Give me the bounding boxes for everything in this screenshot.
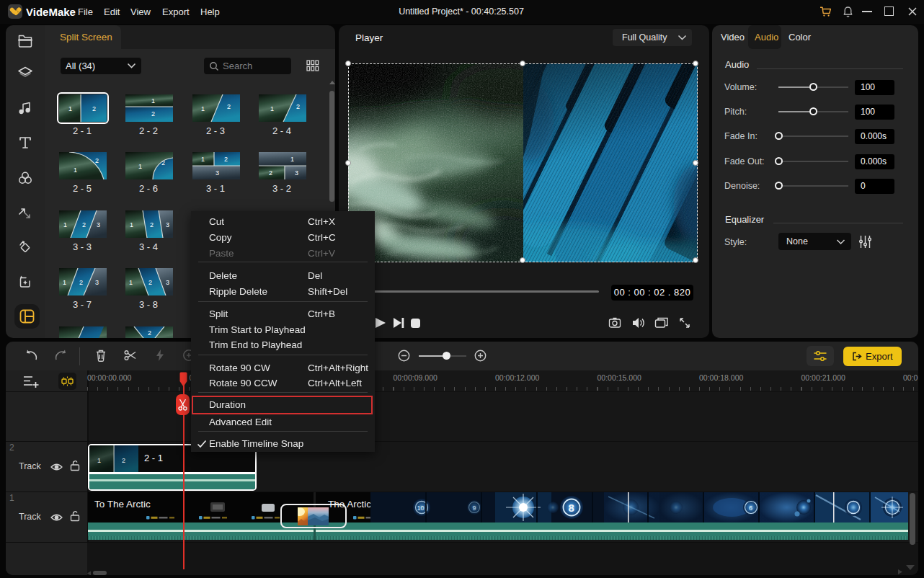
svg-text:3: 3 <box>295 169 298 177</box>
svg-text:3: 3 <box>166 221 169 228</box>
svg-text:1: 1 <box>68 105 72 112</box>
svg-text:2: 2 <box>95 157 99 164</box>
svg-text:To The Arctic: To The Arctic <box>94 499 151 510</box>
svg-text:2: 2 <box>79 279 83 286</box>
svg-text:1: 1 <box>63 279 66 286</box>
svg-text:2: 2 <box>227 103 231 110</box>
svg-text:2: 2 <box>92 105 96 112</box>
svg-text:1: 1 <box>74 166 77 174</box>
svg-text:1: 1 <box>97 457 101 464</box>
svg-text:2: 2 <box>269 169 272 177</box>
svg-text:2: 2 <box>122 457 125 464</box>
svg-text:2: 2 <box>82 221 86 228</box>
svg-text:2: 2 <box>161 159 165 166</box>
svg-text:3: 3 <box>166 279 169 286</box>
svg-text:2: 2 <box>148 329 151 337</box>
svg-text:1: 1 <box>151 97 155 105</box>
svg-text:8: 8 <box>569 502 574 514</box>
svg-text:2: 2 <box>151 110 155 117</box>
svg-text:3: 3 <box>95 279 99 286</box>
svg-text:1: 1 <box>130 221 133 228</box>
svg-text:2: 2 <box>88 337 92 338</box>
svg-text:1: 1 <box>270 105 274 112</box>
svg-text:1: 1 <box>129 279 133 286</box>
svg-text:6: 6 <box>749 504 752 512</box>
svg-text:1: 1 <box>201 156 205 163</box>
svg-text:2: 2 <box>296 103 300 110</box>
svg-text:2: 2 <box>224 156 228 163</box>
svg-text:9: 9 <box>473 504 476 512</box>
svg-text:1: 1 <box>63 221 67 228</box>
svg-text:3: 3 <box>216 169 219 177</box>
svg-text:1: 1 <box>201 105 205 112</box>
svg-text:2: 2 <box>150 221 154 228</box>
svg-text:10: 10 <box>417 504 425 512</box>
svg-text:3: 3 <box>97 221 100 228</box>
svg-text:2: 2 <box>148 279 152 286</box>
svg-text:1: 1 <box>290 156 294 163</box>
svg-text:1: 1 <box>65 337 68 338</box>
svg-text:1: 1 <box>138 163 142 170</box>
